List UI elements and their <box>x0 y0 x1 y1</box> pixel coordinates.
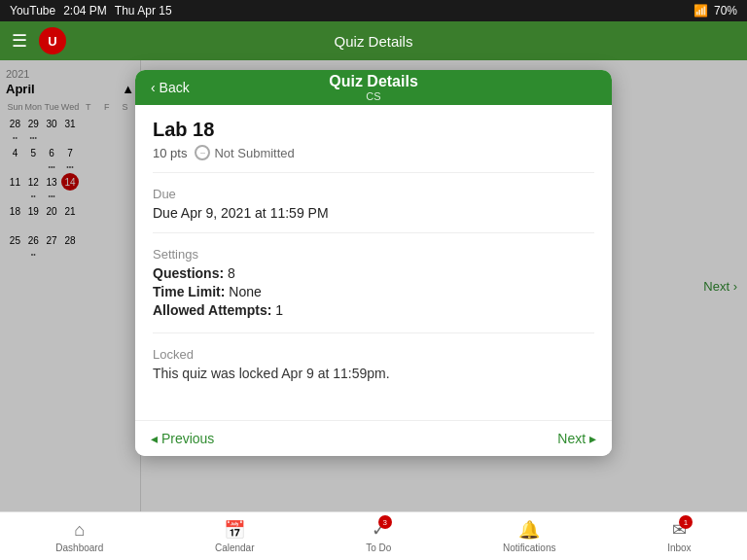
tab-dashboard[interactable]: ⌂ Dashboard <box>55 520 103 553</box>
questions-row: Questions: 8 <box>153 265 594 281</box>
settings-label: Settings <box>153 247 594 262</box>
status-icon: – <box>195 145 210 160</box>
locked-label: Locked <box>153 347 594 362</box>
quiz-meta: 10 pts – Not Submitted <box>153 145 594 173</box>
tab-inbox-label: Inbox <box>667 542 691 553</box>
due-section: Due Due Apr 9, 2021 at 11:59 PM <box>153 187 594 233</box>
locked-text: This quiz was locked Apr 9 at 11:59pm. <box>153 366 594 381</box>
top-nav-title: Quiz Details <box>335 33 413 50</box>
inbox-badge: 1 <box>679 515 693 529</box>
modal-title-group: Quiz Details CS <box>329 73 418 102</box>
status-bar: YouTube 2:04 PM Thu Apr 15 📶 70% <box>0 0 747 21</box>
quiz-points: 10 pts <box>153 146 187 160</box>
tab-inbox[interactable]: ✉ 1 Inbox <box>667 519 691 553</box>
status-day: Thu Apr 15 <box>115 4 172 18</box>
dashboard-icon: ⌂ <box>74 520 85 541</box>
locked-section: Locked This quiz was locked Apr 9 at 11:… <box>153 347 594 393</box>
time-limit-row: Time Limit: None <box>153 284 594 299</box>
school-logo: U <box>39 27 66 54</box>
next-button[interactable]: Next ▸ <box>557 431 596 446</box>
due-label: Due <box>153 187 594 201</box>
wifi-icon: 📶 <box>694 4 708 18</box>
tab-notifications-label: Notifications <box>503 542 555 553</box>
modal-header: ‹ Back Quiz Details CS <box>135 70 612 105</box>
modal-overlay: ‹ Back Quiz Details CS Lab 18 10 pts – N… <box>0 60 747 511</box>
quiz-details-modal: ‹ Back Quiz Details CS Lab 18 10 pts – N… <box>135 70 612 456</box>
not-submitted-badge: – Not Submitted <box>195 145 294 160</box>
bottom-tab-bar: ⌂ Dashboard 📅 Calendar ✓ 3 To Do 🔔 Notif… <box>0 511 747 560</box>
previous-button[interactable]: ◂ Previous <box>151 431 214 446</box>
top-nav: ☰ U Quiz Details <box>0 21 747 60</box>
tab-notifications[interactable]: 🔔 Notifications <box>503 519 555 553</box>
modal-body: Lab 18 10 pts – Not Submitted Due Due Ap… <box>135 105 612 420</box>
hamburger-button[interactable]: ☰ <box>12 30 27 52</box>
due-value: Due Apr 9, 2021 at 11:59 PM <box>153 205 594 221</box>
status-time: 2:04 PM <box>63 4 107 18</box>
back-button[interactable]: ‹ Back <box>151 80 190 95</box>
quiz-title: Lab 18 <box>153 119 594 141</box>
app-name: YouTube <box>10 4 55 18</box>
tab-calendar[interactable]: 📅 Calendar <box>215 519 255 553</box>
modal-subtitle: CS <box>329 90 418 102</box>
tab-todo-label: To Do <box>366 542 391 553</box>
battery-level: 70% <box>714 4 737 18</box>
tab-calendar-label: Calendar <box>215 542 255 553</box>
modal-title: Quiz Details <box>329 73 418 90</box>
notifications-icon: 🔔 <box>518 519 540 541</box>
status-label: Not Submitted <box>214 146 294 160</box>
todo-badge: 3 <box>378 515 392 529</box>
tab-dashboard-label: Dashboard <box>55 542 103 553</box>
settings-section: Settings Questions: 8 Time Limit: None A… <box>153 247 594 333</box>
modal-footer: ◂ Previous Next ▸ <box>135 420 612 456</box>
attempts-row: Allowed Attempts: 1 <box>153 302 594 318</box>
calendar-icon: 📅 <box>224 519 245 541</box>
tab-todo[interactable]: ✓ 3 To Do <box>366 519 391 553</box>
